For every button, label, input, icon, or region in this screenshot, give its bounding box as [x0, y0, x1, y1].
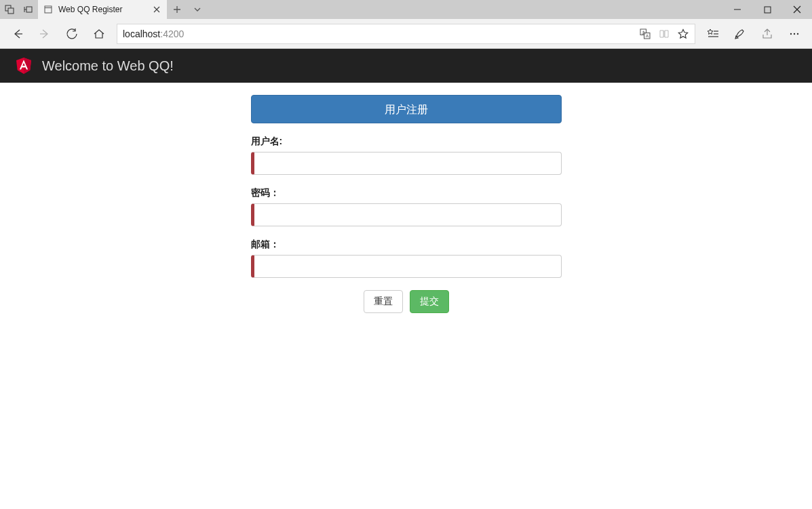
- angular-logo-icon: [16, 58, 31, 74]
- close-window-button[interactable]: [782, 0, 812, 19]
- set-aside-tabs-icon[interactable]: [19, 0, 38, 19]
- title-bar: Web QQ Register: [0, 0, 812, 19]
- more-icon[interactable]: [781, 20, 808, 47]
- tab-strip: Web QQ Register: [38, 0, 208, 19]
- maximize-button[interactable]: [752, 0, 782, 19]
- app-header: Welcome to Web QQ!: [0, 49, 812, 83]
- password-label: 密码：: [251, 187, 562, 199]
- tab-preview-icon[interactable]: [0, 0, 19, 19]
- svg-rect-2: [26, 7, 32, 12]
- page-icon: [43, 5, 53, 14]
- share-icon[interactable]: [754, 20, 781, 47]
- register-form: 用户注册 用户名: 密码： 邮箱： 重置 提交: [251, 95, 562, 313]
- window-controls: [722, 0, 812, 19]
- address-text: localhost:4200: [123, 28, 639, 39]
- home-button[interactable]: [85, 20, 113, 47]
- favorites-list-icon[interactable]: [699, 20, 727, 47]
- username-label: 用户名:: [251, 136, 562, 148]
- new-tab-button[interactable]: [167, 0, 187, 19]
- reading-view-icon[interactable]: [658, 28, 670, 40]
- button-row: 重置 提交: [251, 290, 562, 313]
- address-host: localhost: [123, 28, 160, 39]
- password-group: 密码：: [251, 187, 562, 226]
- forward-button[interactable]: [31, 20, 58, 47]
- svg-rect-6: [765, 7, 771, 13]
- form-area: 用户注册 用户名: 密码： 邮箱： 重置 提交: [0, 83, 812, 313]
- svg-point-18: [794, 33, 795, 34]
- app-title: Welcome to Web QQ!: [42, 58, 174, 74]
- svg-rect-1: [8, 8, 14, 14]
- reset-button[interactable]: 重置: [364, 290, 403, 313]
- tab-title: Web QQ Register: [58, 5, 144, 14]
- translate-icon[interactable]: あA: [639, 28, 651, 40]
- browser-tab[interactable]: Web QQ Register: [38, 0, 167, 19]
- tab-menu-chevron-icon[interactable]: [187, 0, 208, 19]
- email-label: 邮箱：: [251, 239, 562, 251]
- email-input[interactable]: [251, 255, 562, 278]
- email-group: 邮箱：: [251, 239, 562, 278]
- address-port: :4200: [160, 28, 184, 39]
- refresh-button[interactable]: [58, 20, 85, 47]
- address-icons: あA: [639, 28, 689, 40]
- tab-actions: [167, 0, 208, 19]
- submit-button[interactable]: 提交: [410, 290, 449, 313]
- back-button[interactable]: [4, 20, 31, 47]
- password-input[interactable]: [251, 203, 562, 226]
- toolbar-right: [699, 20, 808, 47]
- favorite-star-icon[interactable]: [677, 28, 689, 40]
- username-group: 用户名:: [251, 136, 562, 175]
- svg-point-17: [790, 33, 792, 34]
- tab-close-button[interactable]: [149, 2, 164, 17]
- address-bar[interactable]: localhost:4200 あA: [117, 24, 695, 44]
- svg-rect-3: [45, 6, 52, 13]
- username-input[interactable]: [251, 152, 562, 175]
- browser-toolbar: localhost:4200 あA: [0, 19, 812, 49]
- svg-point-19: [797, 33, 798, 34]
- form-header: 用户注册: [251, 95, 562, 123]
- minimize-button[interactable]: [722, 0, 752, 19]
- svg-text:A: A: [646, 34, 649, 38]
- notes-icon[interactable]: [727, 20, 754, 47]
- titlebar-left: [0, 0, 38, 19]
